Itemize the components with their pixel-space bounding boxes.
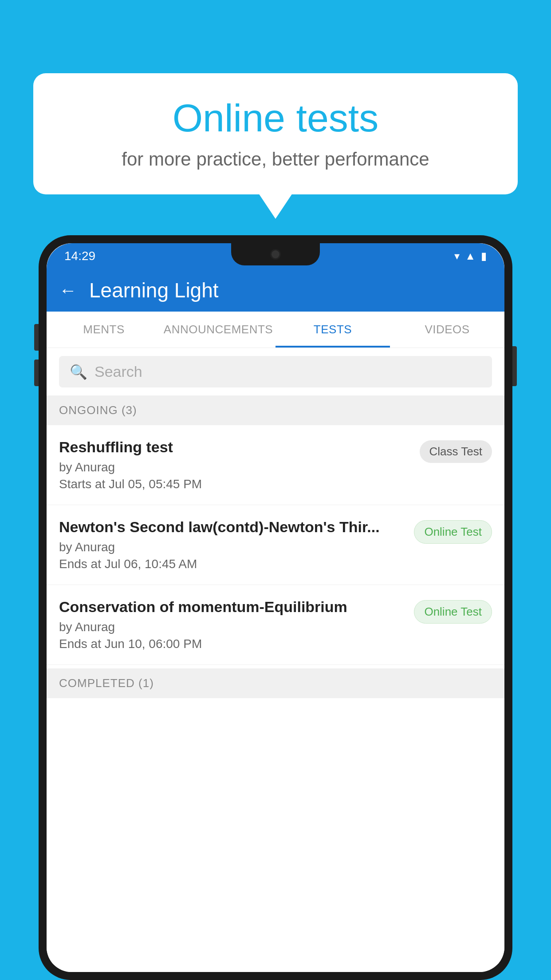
test-author-1: by Anurag	[59, 460, 411, 474]
signal-icon: ▲	[465, 250, 476, 262]
test-item-left-1: Reshuffling test by Anurag Starts at Jul…	[59, 439, 420, 491]
search-icon: 🔍	[70, 364, 87, 380]
tab-tests[interactable]: TESTS	[276, 312, 390, 348]
test-time-3: Ends at Jun 10, 06:00 PM	[59, 637, 405, 651]
status-time: 14:29	[64, 249, 95, 263]
tab-announcements[interactable]: ANNOUNCEMENTS	[161, 312, 276, 348]
test-item[interactable]: Conservation of momentum-Equilibrium by …	[47, 585, 504, 665]
test-name-1: Reshuffling test	[59, 439, 411, 456]
speech-bubble: Online tests for more practice, better p…	[33, 73, 518, 194]
test-name-2: Newton's Second law(contd)-Newton's Thir…	[59, 518, 405, 536]
search-placeholder: Search	[94, 363, 142, 380]
phone-notch	[231, 243, 320, 265]
test-author-2: by Anurag	[59, 540, 405, 554]
test-badge-1: Class Test	[420, 440, 492, 463]
phone-frame: 14:29 ▾ ▲ ▮ ← Learning Light MENTS ANNOU…	[39, 235, 512, 980]
test-time-2: Ends at Jul 06, 10:45 AM	[59, 557, 405, 571]
test-item-left-3: Conservation of momentum-Equilibrium by …	[59, 598, 414, 651]
online-tests-title: Online tests	[60, 95, 491, 141]
test-badge-2: Online Test	[414, 520, 492, 544]
app-bar-title: Learning Light	[89, 278, 219, 302]
test-time-1: Starts at Jul 05, 05:45 PM	[59, 477, 411, 491]
test-badge-3: Online Test	[414, 600, 492, 624]
search-container: 🔍 Search	[47, 348, 504, 395]
online-tests-subtitle: for more practice, better performance	[60, 149, 491, 170]
tab-videos[interactable]: VIDEOS	[390, 312, 504, 348]
test-item[interactable]: Newton's Second law(contd)-Newton's Thir…	[47, 505, 504, 585]
test-list: Reshuffling test by Anurag Starts at Jul…	[47, 425, 504, 972]
battery-icon: ▮	[481, 250, 487, 262]
phone-mockup: 14:29 ▾ ▲ ▮ ← Learning Light MENTS ANNOU…	[39, 235, 512, 980]
tabs-bar: MENTS ANNOUNCEMENTS TESTS VIDEOS	[47, 312, 504, 348]
status-icons: ▾ ▲ ▮	[454, 250, 487, 262]
app-bar: ← Learning Light	[47, 269, 504, 312]
ongoing-section-header: ONGOING (3)	[47, 395, 504, 425]
wifi-icon: ▾	[454, 250, 460, 262]
screen-content: 14:29 ▾ ▲ ▮ ← Learning Light MENTS ANNOU…	[47, 243, 504, 972]
test-name-3: Conservation of momentum-Equilibrium	[59, 598, 405, 616]
test-item[interactable]: Reshuffling test by Anurag Starts at Jul…	[47, 425, 504, 505]
phone-camera	[270, 249, 281, 260]
test-author-3: by Anurag	[59, 620, 405, 634]
tab-ments[interactable]: MENTS	[47, 312, 161, 348]
completed-section-header: COMPLETED (1)	[47, 668, 504, 698]
back-button[interactable]: ←	[59, 281, 77, 300]
search-bar[interactable]: 🔍 Search	[59, 356, 492, 387]
test-item-left-2: Newton's Second law(contd)-Newton's Thir…	[59, 518, 414, 571]
